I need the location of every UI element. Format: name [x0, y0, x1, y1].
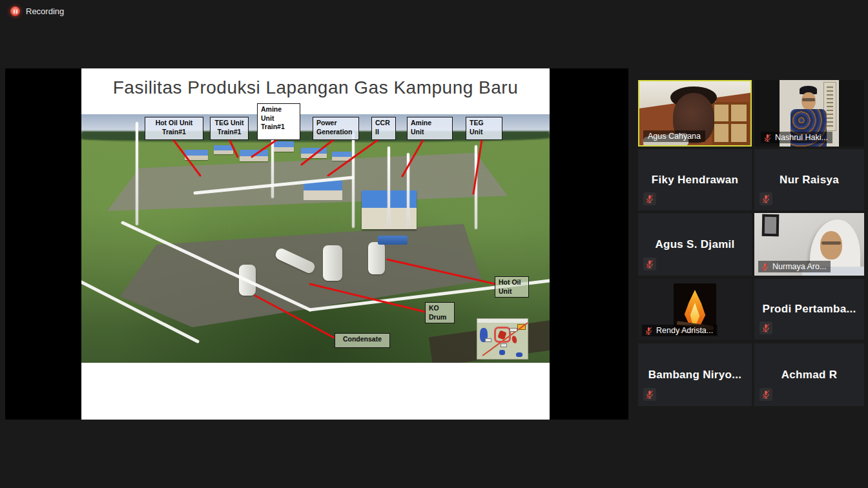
muted-mic-icon — [645, 327, 653, 335]
label-hot-oil-unit-train1: Hot Oil Unit Train#1 — [145, 117, 203, 140]
label-hot-oil-unit: Hot Oil Unit — [495, 276, 529, 298]
window — [712, 102, 749, 145]
photo-building — [301, 148, 327, 158]
participant-tile-agus-cahyana[interactable]: Agus Cahyana — [638, 80, 752, 147]
muted-mic-icon — [645, 390, 654, 399]
picture-frame — [762, 214, 780, 236]
muted-mic-icon — [761, 194, 770, 203]
participant-name-bar: Nashrul Haki... — [761, 132, 832, 143]
participant-tile-bambang-niryo[interactable]: Bambang Niryo... — [638, 343, 752, 406]
muted-mic-icon — [763, 134, 772, 142]
label-amine-unit: Amine Unit — [407, 117, 453, 140]
muted-mic-icon — [645, 259, 654, 269]
participant-name: Rendy Adrista... — [656, 326, 713, 335]
photo-vessel — [323, 245, 342, 281]
participant-tile-achmad-r[interactable]: Achmad R — [754, 343, 864, 406]
label-teg-unit: TEG Unit — [466, 117, 502, 140]
recording-label: Recording — [26, 6, 64, 16]
participant-tile-fiky-hendrawan[interactable]: Fiky Hendrawan — [638, 149, 752, 210]
shared-screen-stage: Fasilitas Produksi Lapangan Gas Kampung … — [5, 68, 628, 420]
muted-mic-badge — [760, 321, 772, 334]
participant-name-bar: Rendy Adrista... — [642, 325, 718, 336]
photo-hot-oil-equipment — [378, 236, 408, 245]
photo-building — [332, 152, 351, 161]
photo-tower — [352, 132, 355, 228]
participant-tile-nurmaya-aro[interactable]: Nurmaya Aro... — [754, 213, 864, 276]
muted-mic-icon — [761, 323, 770, 332]
photo-tower — [388, 147, 390, 227]
photo-vessel — [368, 242, 385, 274]
slide-title: Fasilitas Produksi Lapangan Gas Kampung … — [81, 77, 550, 98]
participant-name: Nurmaya Aro... — [772, 262, 826, 271]
participant-tile-agus-s-djamil[interactable]: Agus S. Djamil — [638, 213, 752, 276]
participant-face — [820, 231, 842, 259]
aerial-facility-photo — [81, 114, 550, 363]
muted-mic-badge — [643, 388, 656, 401]
photo-flare-stack — [136, 122, 138, 225]
photo-tower — [271, 130, 274, 198]
participant-tile-rendy-adrista[interactable]: Rendy Adrista... — [638, 279, 752, 340]
glasses — [822, 241, 841, 245]
label-teg-unit-train1: TEG Unit Train#1 — [210, 117, 249, 140]
participant-tile-nur-raisya[interactable]: Nur Raisya — [754, 149, 864, 210]
muted-mic-icon — [761, 263, 769, 271]
label-amine-unit-train1: Amine Unit Train#1 — [257, 103, 300, 140]
location-map-inset — [477, 318, 528, 360]
muted-mic-icon — [761, 390, 770, 399]
photo-building-medium — [304, 181, 342, 200]
label-condensate: Condensate — [335, 333, 390, 348]
label-ccr-ii: CCR II — [371, 117, 396, 140]
photo-tower — [407, 153, 409, 227]
participant-name: Nashrul Haki... — [775, 133, 828, 142]
participant-tile-nashrul-haki[interactable]: Nashrul Haki... — [754, 80, 864, 147]
photo-vessel — [239, 265, 256, 296]
map-field-area-2 — [512, 335, 518, 343]
participant-name-bar: Nurmaya Aro... — [758, 261, 831, 272]
muted-mic-badge — [760, 388, 772, 401]
glasses — [802, 98, 815, 101]
label-power-generation: Power Generation — [313, 117, 359, 140]
photo-building — [214, 145, 233, 154]
participant-name-bar: Agus Cahyana — [643, 130, 705, 142]
muted-mic-badge — [760, 192, 772, 205]
presentation-slide: Fasilitas Produksi Lapangan Gas Kampung … — [81, 68, 550, 420]
photo-tower — [475, 145, 477, 229]
muted-mic-icon — [645, 194, 654, 203]
muted-mic-badge — [643, 192, 656, 205]
recording-icon — [10, 6, 20, 16]
participant-name: Agus Cahyana — [648, 132, 701, 141]
muted-mic-badge — [643, 258, 656, 270]
participant-tile-prodi-pertambangan[interactable]: Prodi Pertamba... — [754, 279, 864, 340]
photo-building — [272, 141, 294, 152]
recording-indicator[interactable]: Recording — [10, 6, 64, 16]
photo-building — [185, 150, 208, 160]
label-ko-drum: KO Drum — [425, 302, 455, 323]
photo-building — [240, 150, 268, 161]
